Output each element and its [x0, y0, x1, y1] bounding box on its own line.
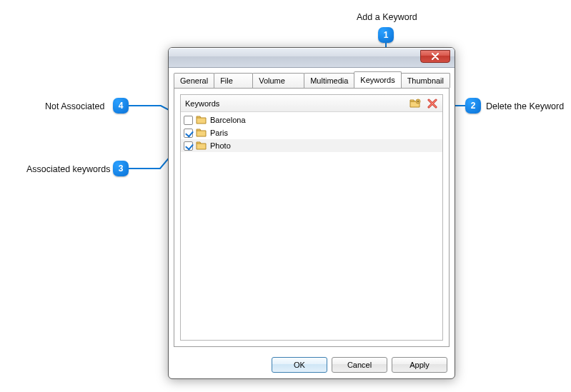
dialog-button-row: OK Cancel Apply: [272, 357, 447, 373]
tab-volume-info[interactable]: Volume Info: [252, 73, 304, 88]
keywords-panel: Keywords: [180, 94, 443, 341]
keyword-checkbox-barcelona[interactable]: [184, 116, 193, 125]
keyword-row[interactable]: Barcelona: [181, 114, 442, 126]
callout-4: 4: [113, 98, 129, 114]
folder-icon: [196, 141, 207, 151]
delete-keyword-button[interactable]: [424, 96, 440, 111]
tab-multimedia[interactable]: Multimedia: [304, 73, 354, 88]
callout-3: 3: [113, 161, 129, 176]
tab-thumbnail[interactable]: Thumbnail: [401, 73, 450, 88]
close-icon: [432, 53, 439, 60]
delete-x-icon: [427, 99, 437, 109]
keywords-list[interactable]: Barcelona Paris Photo: [181, 112, 442, 340]
tab-panel-keywords: Keywords: [174, 88, 450, 347]
ok-button[interactable]: OK: [272, 357, 327, 373]
add-keyword-button[interactable]: [407, 96, 423, 111]
keyword-label: Paris: [210, 129, 228, 137]
tab-general[interactable]: General: [174, 73, 214, 88]
annot-associated-label: Associated keywords: [26, 164, 110, 174]
keyword-checkbox-paris[interactable]: [184, 129, 193, 138]
titlebar[interactable]: [169, 48, 455, 68]
keyword-label: Barcelona: [210, 116, 246, 124]
folder-icon: [196, 128, 207, 138]
keyword-row[interactable]: Paris: [181, 126, 442, 139]
folder-icon: [196, 115, 207, 125]
annot-delete-keyword-label: Delete the Keyword: [486, 101, 564, 111]
keyword-row[interactable]: Photo: [181, 139, 442, 152]
callout-2: 2: [465, 98, 481, 114]
keyword-label: Photo: [210, 141, 231, 150]
close-button[interactable]: [420, 50, 450, 63]
properties-dialog: General File Info Volume Info Multimedia…: [168, 47, 455, 379]
keywords-panel-title: Keywords: [185, 99, 406, 108]
annot-add-keyword-label: Add a Keyword: [357, 12, 417, 22]
add-folder-icon: [409, 99, 421, 109]
keywords-panel-header: Keywords: [181, 95, 442, 112]
tab-file-info[interactable]: File Info: [214, 73, 253, 88]
keyword-checkbox-photo[interactable]: [184, 141, 193, 151]
cancel-button[interactable]: Cancel: [332, 357, 387, 373]
apply-button[interactable]: Apply: [392, 357, 447, 373]
tab-strip: General File Info Volume Info Multimedia…: [174, 72, 450, 88]
callout-1: 1: [378, 27, 394, 43]
annot-not-associated-label: Not Associated: [45, 101, 104, 111]
tab-keywords[interactable]: Keywords: [354, 71, 401, 88]
